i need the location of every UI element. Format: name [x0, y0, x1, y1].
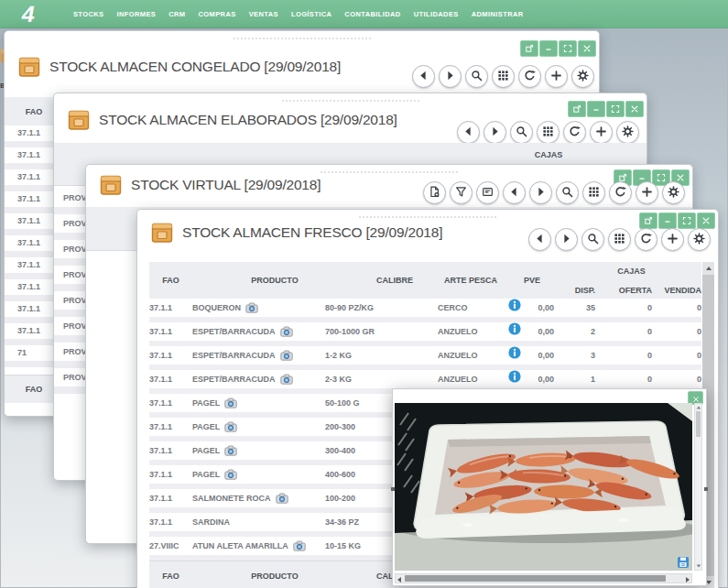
grid-icon	[588, 185, 600, 201]
drag-dots[interactable]	[321, 171, 458, 173]
product-name: PAGEL	[192, 465, 220, 484]
toolbar-button[interactable]	[556, 181, 579, 204]
window-control-button[interactable]	[625, 101, 644, 117]
menu-item[interactable]: LOGÍSTICA	[291, 10, 331, 18]
toolbar-button[interactable]	[609, 181, 632, 204]
toolbar-button[interactable]	[636, 181, 658, 204]
drag-dots[interactable]	[282, 100, 419, 102]
toolbar-button[interactable]	[465, 65, 488, 88]
resize-handle[interactable]	[704, 487, 708, 491]
window-control-button[interactable]	[559, 40, 577, 57]
toolbar-button[interactable]	[590, 121, 613, 144]
toolbar-button[interactable]	[662, 181, 685, 204]
scroll-up-button[interactable]	[702, 262, 714, 275]
footer-label-fao: FAO	[12, 385, 56, 394]
refresh-icon	[640, 232, 652, 248]
toolbar-button[interactable]	[555, 228, 578, 251]
toolbar-button[interactable]	[423, 181, 446, 204]
resize-handle[interactable]	[391, 487, 395, 491]
toolbar-button[interactable]	[635, 228, 657, 251]
camera-icon[interactable]	[280, 326, 293, 337]
window-control-button[interactable]	[539, 40, 558, 57]
toolbar-button[interactable]	[608, 228, 631, 251]
menu-item[interactable]: CONTABILIDAD	[344, 10, 400, 18]
menu-item[interactable]: COMPRAS	[199, 10, 236, 18]
window-title: STOCK ALMACEN CONGELADO [29/09/2018]	[49, 59, 341, 75]
column-header-disp[interactable]: DISP.	[554, 286, 595, 295]
table-row[interactable]: 37.1.1 BOQUERON 80-90 PZ/KG CERCO 0,00 3…	[149, 299, 701, 322]
toolbar-button[interactable]	[412, 65, 435, 88]
drag-dots[interactable]	[234, 38, 371, 39]
toolbar-button[interactable]	[510, 121, 533, 144]
toolbar-button[interactable]	[492, 65, 515, 88]
cell-arte-pesca: ANZUELO	[438, 322, 511, 341]
column-header-fao[interactable]: FAO	[12, 107, 56, 116]
info-icon[interactable]	[508, 299, 521, 317]
table-row[interactable]: 37.1.1 ESPET/BARRACUDA 700-1000 GR ANZUE…	[149, 322, 701, 346]
toolbar-button[interactable]	[661, 228, 684, 251]
column-header-oferta[interactable]: OFERTA	[607, 286, 652, 295]
toolbar-button[interactable]	[545, 65, 568, 88]
column-header-vendida[interactable]: VENDIDA	[655, 286, 701, 295]
toolbar-button[interactable]	[503, 181, 526, 204]
window-control-button[interactable]	[568, 101, 586, 117]
toolbar-button[interactable]	[457, 121, 480, 144]
toolbar-button[interactable]	[439, 65, 462, 88]
column-header-fao[interactable]: FAO	[149, 276, 192, 285]
cell-fao: 37.1.1	[149, 465, 190, 484]
menu-item[interactable]: STOCKS	[73, 10, 104, 18]
toolbar-button[interactable]	[484, 121, 506, 144]
scrollbar-thumb[interactable]	[405, 575, 666, 582]
drag-dots[interactable]	[359, 216, 496, 218]
toolbar-button[interactable]	[571, 65, 594, 88]
popup-horizontal-scrollbar[interactable]	[395, 573, 692, 583]
window-control-button[interactable]	[639, 212, 657, 229]
cell-fao: 37.1.1	[149, 346, 190, 365]
info-icon[interactable]	[508, 322, 521, 341]
toolbar-button[interactable]	[537, 121, 560, 144]
column-header-arte-pesca[interactable]: ARTE PESCA	[425, 276, 516, 285]
cell-disp: 1	[561, 370, 595, 388]
menu-item[interactable]: VENTAS	[249, 10, 278, 18]
toolbar-button[interactable]	[476, 181, 499, 204]
camera-icon[interactable]	[224, 421, 237, 432]
camera-icon[interactable]	[224, 469, 237, 480]
table-row[interactable]: 37.1.1 ESPET/BARRACUDA 1-2 KG ANZUELO 0,…	[149, 346, 701, 370]
window-control-button[interactable]	[697, 212, 715, 229]
column-header-pve[interactable]: PVE	[508, 276, 556, 285]
toolbar-button[interactable]	[581, 228, 604, 251]
menu-item[interactable]: UTILIDADES	[414, 10, 459, 18]
menu-item[interactable]: ADMINISTRAR	[472, 10, 524, 18]
toolbar-button[interactable]	[450, 181, 473, 204]
info-icon[interactable]	[508, 346, 521, 365]
toolbar-button[interactable]	[563, 121, 586, 144]
column-header-producto[interactable]: PRODUCTO	[229, 276, 321, 285]
window-control-button[interactable]	[578, 40, 596, 57]
camera-icon[interactable]	[224, 397, 237, 408]
popup-vertical-scrollbar[interactable]	[694, 403, 702, 571]
camera-icon[interactable]	[245, 302, 258, 313]
toolbar-button[interactable]	[529, 181, 552, 204]
toolbar-button[interactable]	[518, 65, 541, 88]
window-control-button[interactable]	[587, 101, 605, 117]
toolbar-button[interactable]	[528, 228, 551, 251]
menu-item[interactable]: CRM	[168, 10, 185, 18]
camera-icon[interactable]	[293, 540, 306, 551]
camera-icon[interactable]	[280, 350, 293, 361]
camera-icon[interactable]	[276, 493, 288, 504]
info-icon[interactable]	[508, 370, 521, 388]
maximize-icon	[682, 212, 691, 229]
window-control-button[interactable]	[606, 101, 625, 117]
camera-icon[interactable]	[280, 374, 293, 385]
menu-item[interactable]: INFORMES	[116, 10, 156, 18]
toolbar-button[interactable]	[582, 181, 605, 204]
save-image-button[interactable]	[677, 556, 690, 569]
window-control-button[interactable]	[658, 212, 677, 229]
toolbar-button[interactable]	[616, 121, 639, 144]
window-control-button[interactable]	[678, 212, 696, 229]
app-logo: 4	[20, 3, 37, 26]
toolbar-button[interactable]	[688, 228, 711, 251]
camera-icon[interactable]	[224, 445, 237, 456]
window-control-button[interactable]	[520, 40, 538, 57]
main-menubar: 4 STOCKSINFORMESCRMCOMPRASVENTASLOGÍSTIC…	[0, 0, 728, 28]
